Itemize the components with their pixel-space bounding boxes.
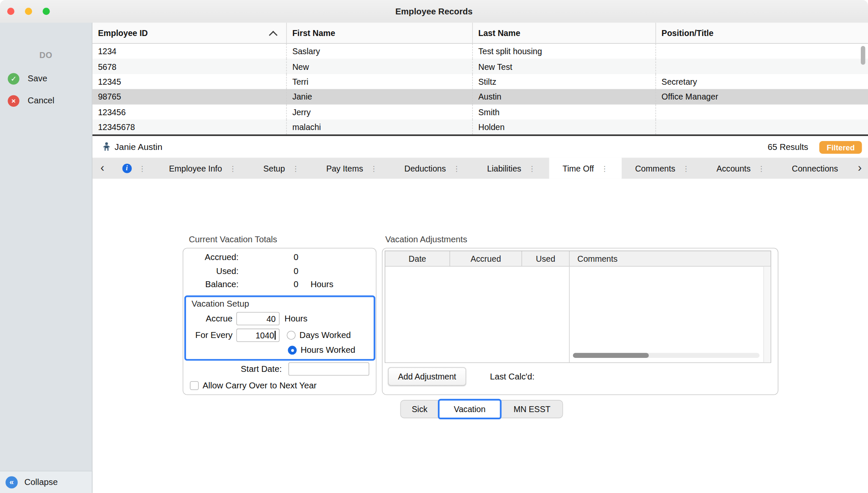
- tab-grip-icon[interactable]: ⋮: [453, 164, 460, 172]
- start-date-row: Start Date:: [183, 363, 369, 376]
- cell-last-name: Smith: [472, 104, 655, 119]
- hours-worked-row: Hours Worked: [288, 345, 355, 356]
- used-label: Used:: [183, 266, 239, 276]
- for-every-value: 1040: [256, 330, 274, 340]
- employee-records-window: Employee Records DO ✓ Save × Cancel « Co…: [0, 0, 868, 493]
- table-scrollbar[interactable]: [861, 45, 866, 133]
- comments-horizontal-scrollbar[interactable]: [573, 353, 760, 358]
- carry-over-checkbox[interactable]: [190, 381, 199, 390]
- accrue-label: Accrue: [186, 314, 233, 324]
- collapse-button[interactable]: « Collapse: [0, 471, 92, 493]
- tab-liabilities[interactable]: Liabilities⋮: [474, 158, 549, 179]
- collapse-chevrons-icon: «: [6, 476, 18, 488]
- tab-label: Deductions: [404, 163, 446, 173]
- tab-time-off[interactable]: Time Off⋮: [549, 158, 622, 179]
- table-row-selected[interactable]: 98765 Janie Austin Office Manager: [92, 89, 868, 105]
- cell-first-name: New: [286, 59, 472, 74]
- carry-over-label: Allow Carry Over to Next Year: [203, 381, 317, 391]
- cell-employee-id: 12345678: [92, 119, 286, 134]
- cancel-button-label: Cancel: [28, 96, 54, 106]
- balance-label: Balance:: [183, 280, 239, 290]
- tab-label: Time Off: [562, 163, 594, 173]
- cancel-button[interactable]: × Cancel: [0, 94, 92, 108]
- tab-deductions[interactable]: Deductions⋮: [391, 158, 473, 179]
- tab-grip-icon[interactable]: ⋮: [682, 164, 690, 172]
- tab-grip-icon[interactable]: ⋮: [139, 164, 146, 172]
- adjustments-table-body: [385, 267, 771, 363]
- tab-info[interactable]: i ⋮: [112, 158, 156, 179]
- save-check-icon: ✓: [8, 73, 19, 84]
- table-row[interactable]: 5678 New New Test: [92, 59, 868, 74]
- column-header-position-title[interactable]: Position/Title: [655, 23, 868, 43]
- table-row[interactable]: 1234 Saslary Test split housing: [92, 44, 868, 59]
- adjustments-empty-rows-area[interactable]: [385, 267, 569, 363]
- tab-label: Connections: [792, 163, 838, 173]
- vacation-adjustments-group: Date Accrued Used Comments Add Adjustmen…: [382, 248, 778, 395]
- adjustments-comments-area[interactable]: [569, 267, 771, 363]
- balance-value: 0: [239, 280, 298, 290]
- used-value: 0: [239, 266, 298, 276]
- tab-grip-icon[interactable]: ⋮: [370, 164, 378, 172]
- person-icon: [102, 141, 111, 152]
- tabs-scroll-right-button[interactable]: ›: [851, 158, 868, 179]
- cell-first-name: Terri: [286, 74, 472, 89]
- save-button[interactable]: ✓ Save: [0, 71, 92, 86]
- cell-position: [655, 44, 868, 59]
- tab-grip-icon[interactable]: ⋮: [601, 164, 608, 172]
- cell-employee-id: 5678: [92, 59, 286, 74]
- cell-position: Secretary: [655, 74, 868, 89]
- accrued-label: Accrued:: [183, 252, 239, 263]
- accrue-row: Accrue 40 Hours: [186, 312, 308, 325]
- tab-accounts[interactable]: Accounts⋮: [703, 158, 779, 179]
- segment-vacation-selected[interactable]: Vacation: [438, 399, 501, 419]
- accrue-hours-input[interactable]: 40: [236, 312, 280, 325]
- table-row[interactable]: 12345 Terri Stiltz Secretary: [92, 74, 868, 89]
- filtered-badge[interactable]: Filtered: [820, 141, 862, 154]
- hours-worked-radio[interactable]: [288, 346, 297, 355]
- tab-grip-icon[interactable]: ⋮: [758, 164, 765, 172]
- column-header-last-name[interactable]: Last Name: [472, 23, 655, 43]
- for-every-input[interactable]: 1040: [236, 329, 280, 342]
- vacation-totals-group: Accrued: 0 Used: 0 Balance: 0 Hours Vaca…: [183, 248, 376, 395]
- window-title: Employee Records: [0, 0, 868, 23]
- tab-grip-icon[interactable]: ⋮: [229, 164, 236, 172]
- cell-position: [655, 119, 868, 134]
- segment-sick[interactable]: Sick: [401, 401, 439, 418]
- accrued-total-row: Accrued: 0: [183, 251, 376, 264]
- tab-grip-icon[interactable]: ⋮: [529, 164, 536, 172]
- tabs-scroll-left-button[interactable]: ‹: [92, 158, 112, 179]
- start-date-input[interactable]: [288, 363, 369, 376]
- days-worked-radio[interactable]: [287, 331, 296, 340]
- column-header-first-name[interactable]: First Name: [286, 23, 472, 43]
- tab-grip-icon[interactable]: ⋮: [292, 164, 299, 172]
- for-every-row: For Every 1040 Days Worked: [186, 329, 351, 342]
- tab-connections[interactable]: Connections: [779, 158, 851, 179]
- current-vacation-totals-title: Current Vacation Totals: [189, 235, 277, 245]
- cell-position: Office Manager: [655, 89, 868, 105]
- table-row[interactable]: 123456 Jerry Smith: [92, 104, 868, 119]
- time-off-type-segments: Sick Vacation MN ESST: [400, 400, 563, 418]
- tab-setup[interactable]: Setup⋮: [250, 158, 313, 179]
- record-bar: Janie Austin 65 Results Filtered: [92, 136, 868, 158]
- tab-pay-items[interactable]: Pay Items⋮: [313, 158, 391, 179]
- tab-comments[interactable]: Comments⋮: [622, 158, 703, 179]
- used-total-row: Used: 0: [183, 264, 376, 278]
- tab-employee-info[interactable]: Employee Info⋮: [156, 158, 250, 179]
- comments-horizontal-scrollbar-thumb[interactable]: [573, 353, 649, 358]
- save-button-label: Save: [28, 74, 47, 84]
- vacation-setup-title: Vacation Setup: [192, 299, 249, 309]
- table-row[interactable]: 12345678 malachi Holden: [92, 119, 868, 134]
- comments-vertical-scrollbar[interactable]: [763, 267, 771, 363]
- table-scrollbar-thumb[interactable]: [861, 46, 865, 64]
- cell-last-name: New Test: [472, 59, 655, 74]
- vacation-adjustments-title: Vacation Adjustments: [385, 235, 467, 245]
- add-adjustment-button[interactable]: Add Adjustment: [388, 367, 466, 385]
- cell-employee-id: 1234: [92, 44, 286, 59]
- column-header-employee-id[interactable]: Employee ID: [92, 23, 286, 43]
- accrued-value: 0: [239, 252, 298, 263]
- cell-first-name: Jerry: [286, 104, 472, 119]
- segment-mn-esst[interactable]: MN ESST: [501, 401, 562, 418]
- cell-last-name: Austin: [472, 89, 655, 105]
- column-header-label: Last Name: [478, 28, 520, 38]
- accrue-hours-value: 40: [267, 314, 276, 323]
